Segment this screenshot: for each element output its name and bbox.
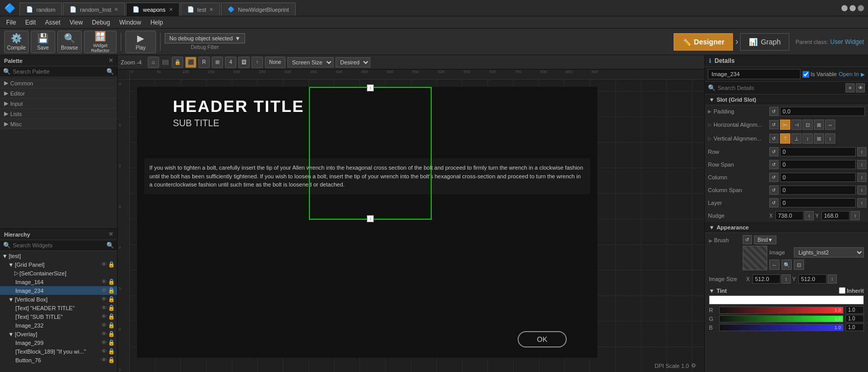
maximize-btn[interactable] — [850, 5, 856, 11]
image-clear-btn[interactable]: ⊡ — [794, 260, 804, 270]
lock-icon-4[interactable]: 🔒 — [108, 296, 115, 303]
nudge-x-arr[interactable]: ↕ — [805, 211, 814, 220]
view-eye-btn[interactable]: 👁 — [856, 83, 865, 92]
h-align-right-btn[interactable]: ⊡ — [803, 120, 813, 130]
column-input[interactable] — [780, 173, 856, 182]
row-arr-btn[interactable]: ↕ — [857, 147, 866, 156]
layer-reset-btn[interactable]: ↺ — [769, 198, 778, 207]
row-span-reset-btn[interactable]: ↺ — [769, 160, 778, 169]
hierarchy-item-test[interactable]: ▼ [test] — [0, 252, 117, 260]
lock-icon[interactable]: 🔒 — [108, 261, 115, 268]
minimize-btn[interactable] — [841, 5, 848, 11]
widget-reflector-button[interactable]: 🪟 Widget Reflector — [84, 31, 117, 53]
tint-r-input[interactable] — [845, 306, 864, 314]
image-search-btn[interactable]: 🔍 — [782, 260, 792, 270]
lock-icon-9[interactable]: 🔒 — [108, 339, 115, 346]
eye-icon-2[interactable]: 👁 — [101, 278, 107, 285]
row-span-input[interactable] — [780, 160, 856, 169]
palette-search-input[interactable] — [13, 68, 104, 75]
browse-button[interactable]: 🔍 Browse — [57, 31, 82, 53]
column-span-arr-btn[interactable]: ↕ — [857, 185, 866, 195]
column-span-reset-btn[interactable]: ↺ — [769, 185, 778, 195]
lock-icon-3[interactable]: 🔒 — [108, 287, 115, 294]
v-align-bot-btn[interactable]: ↕ — [803, 133, 813, 144]
h-align-center-btn[interactable]: ⊣ — [791, 120, 802, 130]
v-align-fill-btn[interactable]: ⊞ — [814, 133, 824, 144]
row-span-arr-btn[interactable]: ↕ — [857, 160, 866, 169]
layer-arr-btn[interactable]: ↕ — [857, 198, 866, 207]
image-size-y-arr[interactable]: ↕ — [828, 274, 837, 284]
is-variable-checkbox[interactable] — [803, 71, 809, 78]
arrow-btn[interactable]: ↑ — [252, 57, 263, 68]
tint-g-input[interactable] — [845, 315, 864, 322]
menu-view[interactable]: View — [65, 18, 87, 27]
tint-b-slider[interactable]: 1.0 — [719, 324, 843, 331]
tab-weapons[interactable]: 📄 weapons ✕ — [126, 3, 179, 16]
menu-asset[interactable]: Asset — [41, 18, 64, 27]
palette-search-btn[interactable]: 🔍 — [106, 68, 114, 75]
image-size-x-arr[interactable]: ↕ — [782, 274, 791, 284]
slot-section-header[interactable]: ▼ Slot (Grid Slot) — [705, 95, 868, 105]
column-arr-btn[interactable]: ↕ — [857, 173, 866, 182]
v-align-top-btn[interactable]: ⊤ — [780, 133, 790, 144]
h-align-left-btn[interactable]: ⊢ — [780, 120, 790, 130]
lock-icon-8[interactable]: 🔒 — [108, 331, 115, 337]
image-size-x-input[interactable] — [752, 274, 781, 284]
close-btn[interactable] — [858, 5, 864, 11]
lock-icon-7[interactable]: 🔒 — [108, 322, 115, 329]
lock-icon-11[interactable]: 🔒 — [108, 357, 115, 363]
image-size-y-input[interactable] — [798, 274, 827, 284]
tab-close-test[interactable]: ✕ — [209, 7, 213, 12]
canvas-viewport[interactable]: HEADER TITLE SUB TITLE If you wish to ti… — [130, 80, 704, 372]
hierarchy-item-setcontainer[interactable]: ▷ [SetContainerSize] — [0, 269, 117, 277]
tint-b-input[interactable] — [845, 323, 864, 331]
home-canvas-btn[interactable]: ⌂ — [148, 57, 159, 68]
palette-category-misc[interactable]: ▶ Misc — [0, 119, 117, 129]
play-button[interactable]: ▶ Play — [125, 31, 156, 53]
save-button[interactable]: 💾 Save — [31, 31, 55, 53]
tint-header[interactable]: ▼ Tint Inherit — [709, 287, 864, 294]
palette-category-editor[interactable]: ▶ Editor — [0, 88, 117, 99]
hierarchy-close-icon[interactable]: ✕ — [108, 231, 113, 238]
tab-close-weapons[interactable]: ✕ — [169, 7, 173, 12]
hierarchy-item-button76[interactable]: Button_76 👁 🔒 — [0, 356, 117, 364]
hierarchy-item-textblock[interactable]: [TextBlock_189] "If you wi..." 👁 🔒 — [0, 347, 117, 356]
hierarchy-search-input[interactable] — [13, 242, 104, 248]
brush-reset-btn[interactable]: ↺ — [743, 235, 752, 244]
image-dropdown[interactable]: Lights_Inst2 — [794, 247, 864, 258]
tint-color-bar[interactable] — [709, 295, 864, 305]
nudge-y-input[interactable] — [821, 211, 850, 220]
hierarchy-item-image299[interactable]: Image_299 👁 🔒 — [0, 338, 117, 347]
inherit-checkbox[interactable] — [839, 287, 845, 294]
compile-button[interactable]: ⚙️ Compile — [4, 31, 29, 53]
lock-btn[interactable]: 🔒 — [172, 57, 183, 68]
hierarchy-item-image164[interactable]: Image_164 👁 🔒 — [0, 277, 117, 286]
lock-icon-5[interactable]: 🔒 — [108, 305, 115, 311]
column-span-input[interactable] — [780, 185, 856, 195]
palette-category-lists[interactable]: ▶ Lists — [0, 109, 117, 119]
resize-handle-top[interactable]: ↕ — [367, 84, 374, 91]
appearance-section-header[interactable]: ▼ Appearance — [705, 222, 868, 233]
tab-test[interactable]: 📄 test ✕ — [181, 3, 220, 16]
menu-edit[interactable]: Edit — [21, 18, 40, 27]
lock-icon-10[interactable]: 🔒 — [108, 348, 115, 355]
v-align-reset-btn[interactable]: ↺ — [769, 134, 778, 143]
hierarchy-search-btn[interactable]: 🔍 — [106, 242, 114, 249]
eye-icon-6[interactable]: 👁 — [101, 313, 107, 320]
nudge-x-input[interactable] — [775, 211, 804, 220]
tint-g-slider[interactable]: 1.0 — [719, 315, 843, 322]
eye-icon-3[interactable]: 👁 — [101, 287, 107, 294]
row-reset-btn[interactable]: ↺ — [769, 147, 778, 156]
hierarchy-item-vbox[interactable]: ▼ [Vertical Box] 👁 🔒 — [0, 295, 117, 304]
row-input[interactable] — [780, 147, 856, 156]
screen-size-select[interactable]: Screen Size — [287, 57, 333, 67]
eye-icon-4[interactable]: 👁 — [101, 296, 107, 303]
debug-filter-dropdown[interactable]: No debug object selected ▼ — [165, 33, 245, 43]
hierarchy-item-overlay[interactable]: ▼ [Overlay] 👁 🔒 — [0, 330, 117, 338]
column-reset-btn[interactable]: ↺ — [769, 173, 778, 182]
h-align-reset-btn[interactable]: ↺ — [769, 120, 778, 129]
hierarchy-item-text-header[interactable]: [Text] "HEADER TITLE" 👁 🔒 — [0, 304, 117, 312]
grid-btn[interactable]: ⊞ — [212, 57, 223, 68]
menu-debug[interactable]: Debug — [88, 18, 114, 27]
dpi-settings-icon[interactable]: ⚙ — [691, 362, 696, 369]
